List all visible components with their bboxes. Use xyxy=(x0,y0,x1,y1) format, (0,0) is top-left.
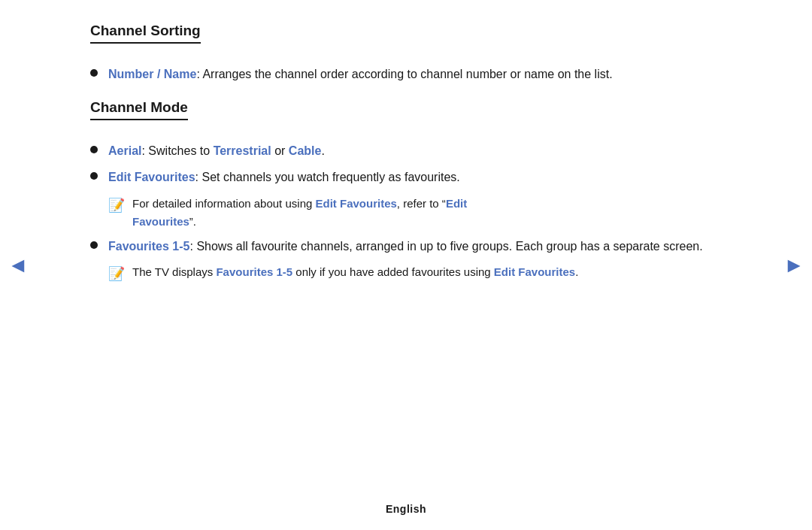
list-item: Number / Name: Arranges the channel orde… xyxy=(90,65,722,84)
number-name-description: : Arranges the channel order according t… xyxy=(196,68,612,80)
list-item: Aerial: Switches to Terrestrial or Cable… xyxy=(90,141,722,161)
fav-note-link1: Favourites 1-5 xyxy=(216,265,292,278)
cable-link: Cable xyxy=(289,144,322,157)
channel-mode-list: Aerial: Switches to Terrestrial or Cable… xyxy=(90,141,722,285)
fav-note-mid: only if you have added favourites using xyxy=(292,265,494,278)
page-container: Channel Sorting Number / Name: Arranges … xyxy=(0,0,812,530)
list-item: Favourites 1-5: Shows all favourite chan… xyxy=(90,237,722,256)
channel-mode-section: Channel Mode Aerial: Switches to Terrest… xyxy=(90,99,722,285)
aerial-desc-2: or xyxy=(271,144,289,157)
note-text-before: For detailed information about using xyxy=(132,197,315,210)
channel-sorting-title-block: Channel Sorting xyxy=(90,23,722,54)
aerial-desc-3: . xyxy=(321,144,324,157)
list-item: Edit Favourites: Set channels you watch … xyxy=(90,168,722,187)
channel-sorting-section: Channel Sorting Number / Name: Arranges … xyxy=(90,23,722,84)
channel-sorting-heading: Channel Sorting xyxy=(90,23,201,44)
bullet-dot xyxy=(90,146,98,153)
edit-favourites-note-text: For detailed information about using Edi… xyxy=(132,195,467,231)
edit-favourites-note: 📝 For detailed information about using E… xyxy=(108,195,722,231)
channel-mode-heading: Channel Mode xyxy=(90,99,188,120)
aerial-link: Aerial xyxy=(108,144,141,157)
favourites-1-5-note: 📝 The TV displays Favourites 1-5 only if… xyxy=(108,263,722,284)
note-icon: 📝 xyxy=(108,195,125,216)
footer-language: English xyxy=(386,503,426,515)
note-icon: 📝 xyxy=(108,264,125,284)
fav-note-link2: Edit Favourites xyxy=(494,265,575,278)
channel-mode-title-block: Channel Mode xyxy=(90,99,722,131)
fav-note-end: . xyxy=(575,265,578,278)
favourites-1-5-link: Favourites 1-5 xyxy=(108,240,189,253)
favourites-1-5-note-text: The TV displays Favourites 1-5 only if y… xyxy=(132,263,578,281)
fav-note-before: The TV displays xyxy=(132,265,216,278)
aerial-desc-1: : Switches to xyxy=(141,144,213,157)
favourites-1-5-desc: : Shows all favourite channels, arranged… xyxy=(189,240,702,253)
bullet-dot xyxy=(90,172,98,180)
number-name-link: Number / Name xyxy=(108,68,196,80)
note-text-mid: , refer to “ xyxy=(397,197,446,210)
bullet-dot xyxy=(90,69,98,77)
terrestrial-link: Terrestrial xyxy=(214,144,271,157)
number-name-text: Number / Name: Arranges the channel orde… xyxy=(108,65,722,84)
bullet-dot xyxy=(90,241,98,249)
favourites-1-5-text: Favourites 1-5: Shows all favourite chan… xyxy=(108,237,722,256)
note-edit-fav-link1: Edit Favourites xyxy=(315,197,396,210)
channel-sorting-list: Number / Name: Arranges the channel orde… xyxy=(90,65,722,84)
edit-favourites-text: Edit Favourites: Set channels you watch … xyxy=(108,168,722,187)
edit-favourites-desc: : Set channels you watch frequently as f… xyxy=(195,171,460,183)
note-text-end: ”. xyxy=(189,215,196,228)
edit-favourites-link: Edit Favourites xyxy=(108,171,195,183)
aerial-text: Aerial: Switches to Terrestrial or Cable… xyxy=(108,141,722,161)
content-area: Channel Sorting Number / Name: Arranges … xyxy=(90,23,722,299)
